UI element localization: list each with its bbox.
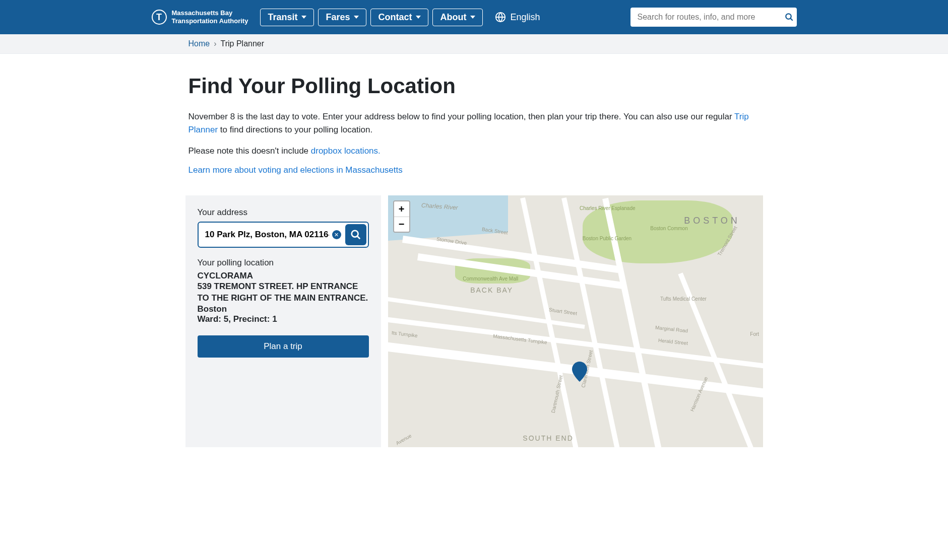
svg-point-3 <box>351 231 358 237</box>
breadcrumb-home[interactable]: Home <box>188 39 210 48</box>
polling-label: Your polling location <box>198 258 369 268</box>
road-herald: Herald Street <box>658 337 688 346</box>
clear-address-button[interactable]: ✕ <box>332 230 341 239</box>
map-label-backbay: BACK BAY <box>470 286 513 294</box>
address-search-button[interactable] <box>345 224 366 245</box>
road-marginal: Marginal Road <box>655 325 688 334</box>
language-label: English <box>510 12 540 23</box>
learn-more-link[interactable]: Learn more about voting and elections in… <box>188 165 403 175</box>
nav-transit-label: Transit <box>268 12 297 23</box>
svg-line-4 <box>357 236 360 239</box>
language-selector[interactable]: English <box>495 12 540 23</box>
polling-ward-precinct: Ward: 5, Precinct: 1 <box>198 314 369 324</box>
dropbox-locations-link[interactable]: dropbox locations. <box>311 146 381 156</box>
site-header: T Massachusetts Bay Transportation Autho… <box>0 0 948 34</box>
logo-icon: T <box>152 10 167 25</box>
svg-line-2 <box>790 18 793 21</box>
search-icon <box>350 229 361 240</box>
nav-fares[interactable]: Fares <box>318 9 366 26</box>
address-label: Your address <box>198 207 369 218</box>
breadcrumb-current: Trip Planner <box>221 39 265 48</box>
nav-transit[interactable]: Transit <box>260 9 314 26</box>
primary-nav: Transit Fares Contact About <box>260 9 483 26</box>
road-fort: Fort <box>750 331 759 337</box>
map-label-public-garden: Boston Public Garden <box>583 236 631 241</box>
logo-text: Massachusetts Bay Transportation Authori… <box>172 9 248 25</box>
road-tts-turnpike: tts Turnpike <box>391 330 418 338</box>
nav-fares-label: Fares <box>326 12 350 23</box>
map-label-boston-common: Boston Common <box>650 226 687 231</box>
nav-contact-label: Contact <box>378 12 412 23</box>
sidebar-panel: Your address ✕ Your polling location CYC… <box>185 195 381 447</box>
chevron-down-icon <box>301 16 306 19</box>
svg-point-1 <box>786 14 791 19</box>
page-title: Find Your Polling Location <box>188 74 760 98</box>
polling-city: Boston <box>198 304 369 314</box>
map-label-boston: BOSTON <box>684 216 740 226</box>
nav-contact[interactable]: Contact <box>370 9 428 26</box>
chevron-down-icon <box>470 16 475 19</box>
polling-name: CYCLORAMA <box>198 271 369 281</box>
map-label-commonwealth: Commonwealth Ave Mall <box>463 276 518 282</box>
map-pin-icon <box>572 362 588 382</box>
polling-address: 539 TREMONT STREET. HP ENTRANCE TO THE R… <box>198 281 369 304</box>
logo[interactable]: T Massachusetts Bay Transportation Autho… <box>152 9 248 25</box>
search-input[interactable] <box>630 8 797 27</box>
close-icon: ✕ <box>334 232 339 238</box>
road-avenue: Avenue <box>395 433 413 446</box>
intro-text: November 8 is the last day to vote. Ente… <box>188 110 760 136</box>
nav-about[interactable]: About <box>432 9 483 26</box>
map-label-esplanade: Charles River Esplanade <box>580 205 636 211</box>
chevron-down-icon <box>354 16 359 19</box>
note-text: Please note this doesn't include dropbox… <box>188 146 760 156</box>
road-stuart: Stuart Street <box>549 307 578 316</box>
search-icon <box>785 13 794 22</box>
map[interactable]: BOSTON BACK BAY SOUTH END Charles River … <box>388 195 763 447</box>
map-zoom-controls: + − <box>393 200 410 233</box>
chevron-right-icon: › <box>214 39 216 48</box>
chevron-down-icon <box>416 16 421 19</box>
zoom-in-button[interactable]: + <box>394 201 409 217</box>
map-background: BOSTON BACK BAY SOUTH END Charles River … <box>388 195 763 447</box>
map-label-southend: SOUTH END <box>523 434 573 442</box>
nav-about-label: About <box>440 12 466 23</box>
content-row: Your address ✕ Your polling location CYC… <box>185 195 763 457</box>
address-input[interactable] <box>200 225 332 245</box>
address-field-group: ✕ <box>198 222 369 248</box>
breadcrumb: Home › Trip Planner <box>0 34 948 54</box>
main-content: Find Your Polling Location November 8 is… <box>188 54 760 195</box>
zoom-out-button[interactable]: − <box>394 217 409 232</box>
search-button[interactable] <box>785 13 794 22</box>
globe-icon <box>495 12 506 23</box>
header-search <box>630 8 797 27</box>
plan-trip-button[interactable]: Plan a trip <box>198 335 369 358</box>
road-tufts: Tufts Medical Center <box>660 296 707 302</box>
